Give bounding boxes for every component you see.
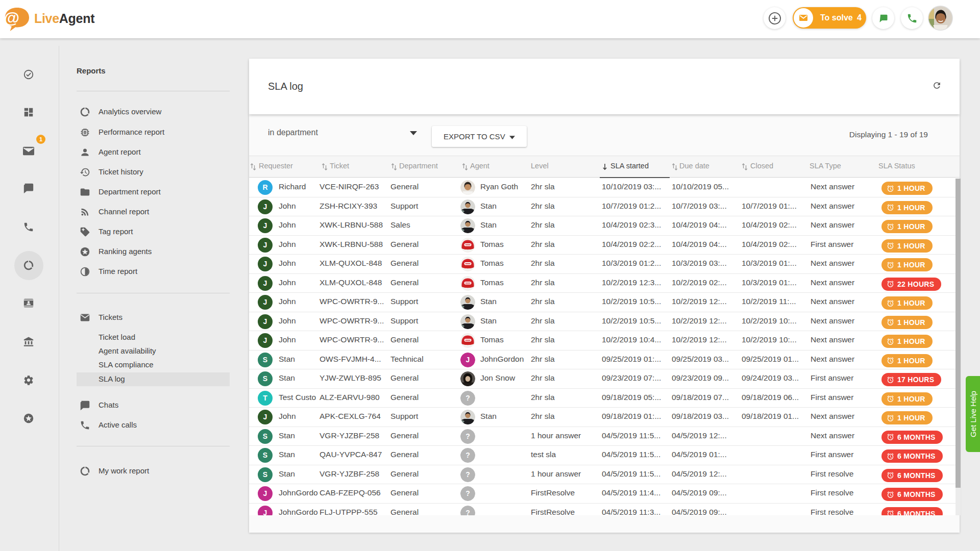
svg-text:@: @ bbox=[4, 9, 20, 27]
